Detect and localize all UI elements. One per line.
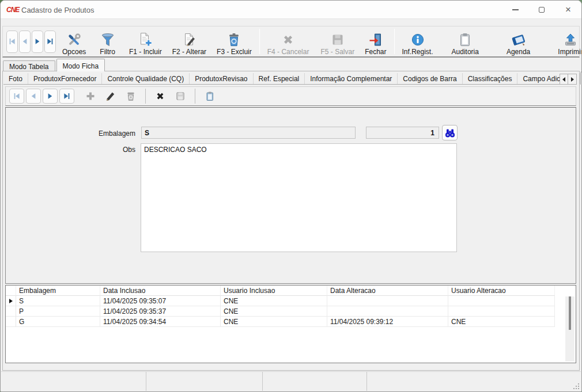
table-cell[interactable] — [448, 306, 555, 317]
minimize-button[interactable] — [502, 1, 528, 19]
grid-column-header[interactable]: Data Inclusao — [100, 286, 221, 296]
tab-controle-qualidade[interactable]: Controle Qualidade (CQ) — [102, 73, 190, 84]
status-panel — [367, 372, 581, 391]
nav-first-button[interactable] — [6, 31, 18, 53]
toolbar-separator — [259, 29, 260, 54]
table-cell[interactable]: CNE — [221, 317, 327, 327]
detail-tab-strip: Foto ProdutoxFornecedor Controle Qualida… — [3, 72, 564, 85]
grid-column-header[interactable]: Embalagem — [16, 286, 100, 296]
embalagem-label: Embalagem — [40, 130, 135, 138]
grid-vertical-scrollbar[interactable] — [565, 296, 575, 361]
toolbar-button-f3-excluir[interactable]: F3 - Excluir — [214, 27, 255, 56]
grid-header-row: Embalagem Data Inclusao Usuario Inclusao… — [6, 286, 576, 296]
tab-foto[interactable]: Foto — [3, 73, 28, 84]
embalagem-input[interactable] — [141, 127, 356, 139]
grid-column-header[interactable]: Usuario Alteracao — [448, 286, 555, 296]
record-nav-previous-button[interactable] — [26, 89, 41, 104]
grid-column-header[interactable]: Usuario Inclusao — [221, 286, 327, 296]
nav-last-icon — [63, 93, 70, 100]
table-cell[interactable]: CNE — [221, 296, 327, 306]
nav-previous-icon — [21, 38, 28, 45]
obs-textarea[interactable]: DESCRICAO SACO — [141, 143, 457, 252]
table-row[interactable]: P 11/04/2025 09:35:37 CNE — [6, 306, 576, 317]
nav-previous-button[interactable] — [19, 31, 31, 53]
plus-icon — [85, 91, 96, 101]
close-button[interactable]: × — [555, 1, 581, 19]
nav-next-icon — [47, 93, 54, 100]
record-nav-first-button[interactable] — [9, 89, 24, 104]
table-row[interactable]: S 11/04/2025 09:35:07 CNE — [6, 296, 576, 306]
tab-modo-tabela[interactable]: Modo Tabela — [3, 60, 55, 71]
tab-modo-ficha[interactable]: Modo Ficha — [56, 59, 105, 71]
toolbar-button-auditoria[interactable]: Auditoria — [449, 27, 482, 56]
record-nav-next-button[interactable] — [43, 89, 58, 104]
row-selector-cell — [6, 296, 16, 306]
table-cell[interactable] — [327, 306, 448, 317]
save-record-button[interactable] — [175, 90, 186, 102]
resize-grip-icon[interactable] — [573, 383, 580, 390]
floppy-disk-icon — [175, 91, 186, 101]
nav-previous-icon — [30, 93, 37, 100]
embalagem-grid: Embalagem Data Inclusao Usuario Inclusao… — [5, 285, 576, 363]
embalagem-form-panel: Embalagem Obs DESCRICAO SACO — [5, 107, 576, 284]
toolbar-button-filtro[interactable]: Filtro — [97, 27, 118, 56]
toolbar-button-opcoes[interactable]: Opcoes — [59, 27, 89, 56]
table-cell[interactable]: 11/04/2025 09:35:07 — [100, 296, 221, 306]
document-add-icon — [138, 31, 153, 47]
row-selector-cell — [6, 306, 16, 317]
maximize-button[interactable] — [528, 1, 555, 19]
print-eject-icon — [563, 31, 578, 47]
table-cell[interactable]: 11/04/2025 09:34:54 — [100, 317, 221, 327]
record-toolbar-separator — [145, 89, 146, 104]
toolbar-button-imprimir[interactable]: Imprimir — [555, 27, 582, 56]
clipboard-button[interactable] — [204, 90, 216, 102]
tab-scroll-left-button[interactable] — [560, 74, 568, 85]
toolbar-button-agenda[interactable]: Agenda — [504, 27, 533, 56]
add-record-button[interactable] — [85, 90, 96, 102]
nav-last-button[interactable] — [44, 31, 56, 53]
toolbar-button-f2-alterar[interactable]: F2 - Alterar — [169, 27, 209, 56]
toolbar-button-f1-incluir[interactable]: F1 - Incluir — [126, 27, 165, 56]
tab-produtoxrevisao[interactable]: ProdutoxRevisao — [190, 73, 253, 84]
grid-column-header[interactable]: Data Alteracao — [327, 286, 448, 296]
toolbar-button-f4-cancelar[interactable]: F4 - Cancelar — [264, 27, 312, 56]
toolbar-button-fechar[interactable]: Fechar — [362, 27, 389, 56]
table-cell[interactable]: 11/04/2025 09:35:37 — [100, 306, 221, 317]
table-cell[interactable] — [448, 296, 555, 306]
cancel-x-icon — [155, 91, 165, 101]
tab-classificacoes[interactable]: Classificações — [463, 73, 518, 84]
delete-record-button[interactable] — [125, 90, 137, 102]
search-embalagem-button[interactable] — [442, 125, 458, 140]
table-cell[interactable]: G — [16, 317, 100, 327]
table-row[interactable]: G 11/04/2025 09:34:54 CNE 11/04/2025 09:… — [6, 317, 576, 327]
tab-produtoxfornecedor[interactable]: ProdutoxFornecedor — [28, 73, 102, 84]
tab-scroll-right-button[interactable] — [568, 74, 577, 85]
record-nav-last-button[interactable] — [59, 89, 74, 104]
table-cell[interactable]: 11/04/2025 09:39:12 — [327, 317, 448, 327]
record-toolbar-separator — [195, 89, 195, 104]
floppy-disk-icon — [330, 31, 345, 47]
toolbar-button-f5-salvar[interactable]: F5 - Salvar — [318, 27, 357, 56]
toolbar-separator — [394, 29, 395, 54]
status-panel — [263, 372, 367, 391]
edit-record-button[interactable] — [105, 90, 116, 102]
nav-next-button[interactable] — [32, 31, 43, 53]
tab-ref-especial[interactable]: Ref. Especial — [254, 73, 305, 84]
filter-funnel-icon — [100, 31, 115, 47]
toolbar-button-inf-regist[interactable]: Inf.Regist. — [399, 27, 436, 56]
tab-codigos-de-barra[interactable]: Codigos de Barra — [398, 73, 462, 84]
nav-first-icon — [13, 93, 20, 100]
main-toolbar: Opcoes Filtro F1 - Incluir F2 - Alterar … — [2, 26, 580, 58]
embalagem-code-input[interactable] — [366, 127, 439, 139]
table-cell[interactable] — [327, 296, 448, 306]
maximize-icon — [539, 7, 545, 13]
table-cell[interactable]: S — [16, 296, 100, 306]
scrollbar-thumb[interactable] — [569, 296, 571, 330]
tab-informacao-complementar[interactable]: Informação Complementar — [305, 73, 398, 84]
table-cell[interactable]: CNE — [448, 317, 555, 327]
nav-next-icon — [34, 38, 41, 45]
record-nav-group — [6, 31, 56, 53]
table-cell[interactable]: CNE — [221, 306, 327, 317]
cancel-record-button[interactable] — [154, 90, 166, 102]
table-cell[interactable]: P — [16, 306, 100, 317]
